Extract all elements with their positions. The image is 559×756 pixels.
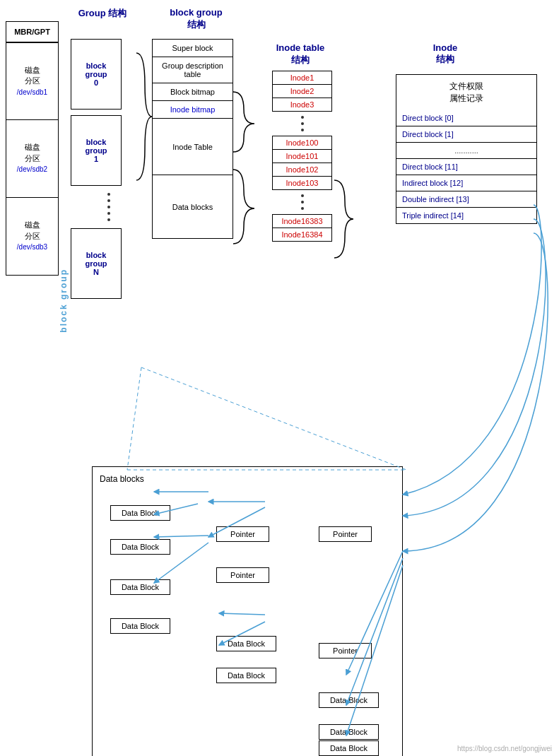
inode-direct-0: Direct block [0] bbox=[396, 110, 537, 126]
bg-item-group-desc: Group descriptiontable bbox=[152, 57, 233, 83]
watermark-text: https://blog.csdn.net/gongjiwei bbox=[457, 745, 552, 752]
inode-dots-2 bbox=[272, 194, 332, 210]
db-box-9: Data Block bbox=[319, 740, 379, 756]
inode-struct-box: 文件权限属性记录 Direct block [0] Direct block [… bbox=[396, 74, 537, 224]
disk-column: 磁盘分区/dev/sdb1 磁盘分区/dev/sdb2 磁盘分区/dev/sdb… bbox=[6, 42, 59, 276]
inode-group-2: Inode100 Inode101 Inode102 Inode103 bbox=[272, 136, 332, 190]
bg-struct-label: block group 结构 bbox=[155, 7, 237, 31]
bg-item-data-blocks: Data blocks bbox=[152, 175, 233, 239]
inode-dots-entry: ........... bbox=[396, 143, 537, 159]
block-group-dots-1 bbox=[96, 193, 122, 221]
inode-struct-line1: Inode bbox=[433, 42, 458, 53]
inode-table-struct: Inode1 Inode2 Inode3 Inode100 Inode101 I… bbox=[272, 71, 332, 242]
block-group-n: blockgroupN bbox=[71, 228, 122, 299]
ptr-box-1: Pointer bbox=[216, 526, 269, 542]
inode-group-1: Inode1 Inode2 Inode3 bbox=[272, 71, 332, 112]
disk-partition-1: 磁盘分区/dev/sdb1 bbox=[6, 42, 59, 120]
inode-triple-14: Triple indirect [14] bbox=[396, 208, 537, 224]
inode-102: Inode102 bbox=[273, 163, 331, 177]
inode-3: Inode3 bbox=[273, 98, 331, 111]
block-group-0: blockgroup0 bbox=[71, 39, 122, 110]
db-box-1: Data Block bbox=[110, 505, 170, 521]
inode-16384: Inode16384 bbox=[273, 228, 331, 241]
inode-103: Inode103 bbox=[273, 177, 331, 189]
block-groups-col: blockgroup0 blockgroup1 blockgroupN bbox=[71, 39, 122, 305]
svg-line-9 bbox=[141, 367, 406, 470]
inode-101: Inode101 bbox=[273, 150, 331, 163]
inode-16383: Inode16383 bbox=[273, 215, 331, 228]
db-box-7: Data Block bbox=[319, 692, 379, 708]
inode-group-3: Inode16383 Inode16384 bbox=[272, 214, 332, 242]
inode-table-line1: Inode table bbox=[276, 42, 325, 53]
db-layout: Data Block Data Block Data Block Data Bl… bbox=[100, 491, 395, 756]
group-struct-text: Group 结构 bbox=[78, 8, 127, 18]
db-box-8: Data Block bbox=[319, 724, 379, 740]
diagram-container: MBR/GPT 磁盘分区/dev/sdb1 磁盘分区/dev/sdb2 磁盘分区… bbox=[0, 0, 559, 756]
group-struct-label: Group 结构 bbox=[74, 7, 131, 20]
db-box-3: Data Block bbox=[110, 579, 170, 595]
mbr-box: MBR/GPT bbox=[6, 21, 59, 42]
inode-header: 文件权限属性记录 bbox=[396, 74, 537, 110]
inode-2: Inode2 bbox=[273, 85, 331, 98]
bg-item-inode-table: Inode Table bbox=[152, 119, 233, 175]
disk-label-1: 磁盘分区/dev/sdb1 bbox=[17, 65, 47, 98]
db-box-2: Data Block bbox=[110, 539, 170, 555]
ptr-box-3: Pointer bbox=[319, 643, 372, 658]
inode-double-13: Double indirect [13] bbox=[396, 191, 537, 208]
mbr-label: MBR/GPT bbox=[14, 28, 50, 36]
disk-label-2: 磁盘分区/dev/sdb2 bbox=[17, 142, 47, 175]
watermark: https://blog.csdn.net/gongjiwei bbox=[457, 745, 552, 752]
db-box-6: Data Block bbox=[216, 668, 276, 683]
disk-partition-2: 磁盘分区/dev/sdb2 bbox=[6, 120, 59, 198]
bg-struct-line1: block group bbox=[170, 7, 222, 18]
disk-partition-3: 磁盘分区/dev/sdb3 bbox=[6, 198, 59, 276]
bg-struct-box: Super block Group descriptiontable Block… bbox=[152, 39, 233, 239]
block-group-1: blockgroup1 bbox=[71, 115, 122, 186]
inode-direct-11: Direct block [11] bbox=[396, 159, 537, 175]
data-blocks-title: Data blocks bbox=[100, 474, 395, 484]
db-box-5: Data Block bbox=[216, 636, 276, 651]
inode-table-label: Inode table 结构 bbox=[265, 42, 336, 66]
bg-item-block-bitmap: Block bitmap bbox=[152, 83, 233, 101]
inode-struct-label: Inode 结构 bbox=[410, 42, 481, 66]
ptr-box-top: Pointer bbox=[319, 526, 372, 542]
data-blocks-section: Data blocks Data Block Data Block Data B… bbox=[92, 466, 403, 756]
inode-struct-line2: 结构 bbox=[436, 54, 454, 64]
bg-item-superblock: Super block bbox=[152, 39, 233, 57]
block-group-sidebar: block group bbox=[59, 268, 69, 333]
bg-struct-line2: 结构 bbox=[187, 19, 206, 30]
db-box-4: Data Block bbox=[110, 618, 170, 634]
svg-line-8 bbox=[127, 367, 141, 470]
inode-direct-1: Direct block [1] bbox=[396, 126, 537, 143]
inode-1: Inode1 bbox=[273, 71, 331, 85]
inode-dots-1 bbox=[272, 116, 332, 131]
inode-table-line2: 结构 bbox=[291, 54, 310, 65]
ptr-box-2: Pointer bbox=[216, 567, 269, 583]
inode-indirect-12: Indirect block [12] bbox=[396, 175, 537, 191]
disk-label-3: 磁盘分区/dev/sdb3 bbox=[17, 220, 47, 252]
bg-item-inode-bitmap: Inode bitmap bbox=[152, 101, 233, 119]
inode-100: Inode100 bbox=[273, 136, 331, 150]
